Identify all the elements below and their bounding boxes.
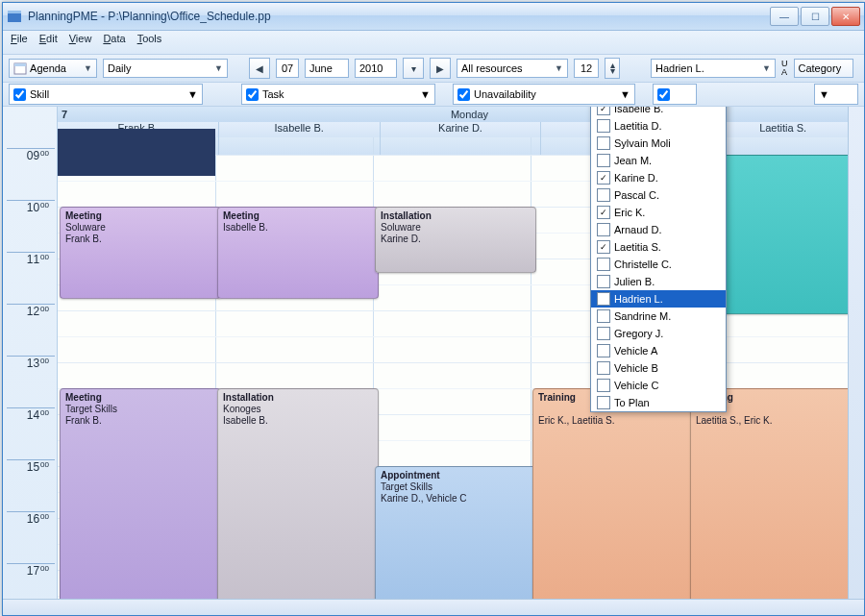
checkbox-icon[interactable] (597, 188, 610, 202)
checkbox-icon[interactable]: ✓ (597, 240, 610, 254)
selected-resource-label: Hadrien L. (655, 62, 704, 74)
checkbox-icon[interactable]: ✓ (597, 107, 610, 115)
date-year[interactable]: 2010 (355, 59, 397, 78)
dropdown-item[interactable]: ✓Karine D. (591, 169, 726, 186)
dropdown-item[interactable]: Pascal C. (591, 186, 726, 204)
svg-rect-3 (14, 63, 26, 66)
dropdown-item[interactable]: Jean M. (591, 152, 726, 169)
next-day-button[interactable]: ▶ (430, 58, 451, 79)
chevron-down-icon: ▼ (214, 63, 223, 73)
menu-view[interactable]: View (69, 33, 92, 52)
menu-edit[interactable]: Edit (39, 33, 58, 52)
dropdown-item[interactable]: Sandrine M. (591, 308, 726, 325)
dropdown-item[interactable]: Vehicle B (591, 359, 726, 377)
hour-label: 1700 (9, 564, 49, 578)
calendar-event[interactable]: MeetingTarget SkillsFrank B. (60, 388, 221, 615)
date-month[interactable]: June (305, 59, 349, 78)
dropdown-item-label: Pascal C. (614, 189, 659, 201)
dropdown-item[interactable]: ✓Laetitia S. (591, 238, 726, 256)
dropdown-item-label: Gregory J. (614, 328, 663, 339)
maximize-button[interactable]: ☐ (801, 7, 829, 26)
extra-checkbox[interactable] (657, 88, 670, 101)
dropdown-item[interactable]: Vehicle C (591, 377, 726, 394)
chevron-down-icon: ▼ (420, 88, 431, 100)
dropdown-item[interactable]: Gregory J. (591, 325, 726, 342)
skill-checkbox[interactable] (13, 88, 26, 101)
checkbox-icon[interactable] (597, 396, 610, 409)
date-picker-button[interactable]: ▾ (403, 58, 424, 79)
close-button[interactable]: ✕ (831, 7, 860, 26)
calendar-grid[interactable]: 7 Monday Frank B.Isabelle B.Karine D.Eri… (58, 107, 864, 615)
unavailability-filter[interactable]: Unavailability▼ (453, 84, 635, 105)
resources-combo[interactable]: All resources ▼ (457, 59, 568, 78)
dropdown-item[interactable]: Sylvain Moli (591, 135, 726, 152)
dropdown-item[interactable]: To Plan (591, 394, 726, 411)
chevron-down-icon: ▼ (819, 88, 829, 100)
calendar-event[interactable]: InstallationKonogesIsabelle B. (217, 388, 379, 615)
skill-filter[interactable]: Skill▼ (9, 84, 203, 105)
dropdown-item[interactable]: Laetitia D. (591, 117, 726, 135)
dropdown-item[interactable]: Vehicle A (591, 342, 726, 359)
resource-dropdown[interactable]: ✓Frank B.✓Isabelle B.Laetitia D.Sylvain … (590, 107, 727, 412)
dropdown-item[interactable]: Arnaud D. (591, 221, 726, 238)
column-header[interactable]: Laetitia S. (703, 122, 864, 137)
menu-data[interactable]: Data (103, 33, 125, 52)
minimize-button[interactable]: — (770, 7, 799, 26)
horizontal-scrollbar[interactable] (3, 599, 864, 615)
checkbox-icon[interactable] (597, 327, 610, 340)
prev-day-button[interactable]: ◀ (249, 58, 270, 79)
calendar-event[interactable]: MeetingSoluwareFrank B. (60, 207, 221, 299)
dropdown-item[interactable]: Hadrien L. (591, 290, 726, 308)
calendar-event[interactable]: TrainingEric K., Laetitia S. (532, 388, 694, 615)
filterbar: Skill▼ Task▼ Unavailability▼ ▼ (3, 83, 864, 107)
menu-file[interactable]: File (11, 33, 28, 52)
chevron-down-icon: ▼ (555, 63, 563, 73)
checkbox-icon[interactable] (597, 136, 610, 150)
column-header[interactable]: Isabelle B. (219, 122, 381, 137)
dropdown-item[interactable]: Christelle C. (591, 256, 726, 273)
period-combo[interactable]: Daily ▼ (103, 59, 228, 78)
checkbox-icon[interactable]: ✓ (597, 171, 610, 185)
dropdown-item[interactable]: ✓Isabelle B. (591, 107, 726, 117)
toolbar: Agenda ▼ Daily ▼ ◀ 07 June 2010 ▾ ▶ All … (3, 55, 864, 83)
task-filter[interactable]: Task▼ (241, 84, 435, 105)
dropdown-item[interactable]: ✓Eric K. (591, 204, 726, 221)
resource-count[interactable]: 12 (574, 59, 599, 78)
selected-resource-combo[interactable]: Hadrien L. ▼ (651, 59, 776, 78)
hour-label: 0900 (9, 149, 49, 162)
blocked-time[interactable] (58, 129, 215, 176)
right-filter[interactable]: ▼ (814, 84, 858, 105)
dropdown-item-label: Eric K. (614, 207, 645, 218)
extra-filter[interactable] (653, 84, 697, 105)
checkbox-icon[interactable] (597, 275, 610, 288)
checkbox-icon[interactable] (597, 344, 610, 357)
checkbox-icon[interactable]: ✓ (597, 206, 610, 219)
calendar-event[interactable]: AppointmentTarget SkillsKarine D., Vehic… (375, 466, 536, 615)
window-title: PlanningPME - P:\Planning\Office_Schedul… (28, 10, 770, 23)
agenda-combo[interactable]: Agenda ▼ (9, 59, 97, 78)
category-button[interactable]: Category (794, 59, 853, 78)
ua-toggle[interactable]: U A (781, 60, 788, 77)
menu-tools[interactable]: Tools (137, 33, 162, 52)
column-header[interactable]: Karine D. (381, 122, 542, 137)
checkbox-icon[interactable] (597, 309, 610, 323)
app-window: PlanningPME - P:\Planning\Office_Schedul… (2, 2, 865, 616)
chevron-down-icon: ▼ (762, 63, 771, 73)
dropdown-item[interactable]: Julien B. (591, 273, 726, 290)
date-day[interactable]: 07 (276, 59, 299, 78)
count-stepper[interactable]: ▴▾ (605, 58, 620, 79)
checkbox-icon[interactable] (597, 154, 610, 167)
checkbox-icon[interactable] (597, 223, 610, 236)
checkbox-icon[interactable] (597, 119, 610, 133)
calendar-event[interactable]: TrainingLaetitia S., Eric K. (690, 388, 852, 615)
calendar-event[interactable]: InstallationSoluwareKarine D. (375, 207, 536, 273)
vertical-scrollbar[interactable] (848, 107, 864, 615)
checkbox-icon[interactable] (597, 258, 610, 271)
unavailability-checkbox[interactable] (457, 88, 470, 101)
checkbox-icon[interactable] (597, 292, 610, 306)
calendar-event[interactable]: MeetingIsabelle B. (217, 207, 379, 299)
checkbox-icon[interactable] (597, 361, 610, 375)
chevron-down-icon: ▼ (187, 88, 198, 100)
checkbox-icon[interactable] (597, 379, 610, 392)
task-checkbox[interactable] (246, 88, 259, 101)
